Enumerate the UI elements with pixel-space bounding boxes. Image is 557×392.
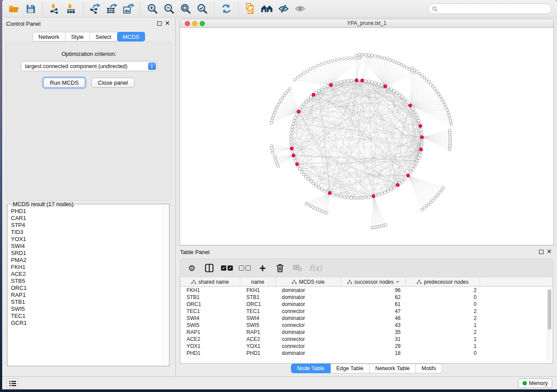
network-node[interactable] xyxy=(346,79,349,83)
network-node[interactable] xyxy=(315,184,318,187)
network-node[interactable] xyxy=(412,168,415,171)
column-header-shared-name[interactable]: shared name xyxy=(180,277,240,286)
tab-network[interactable]: Network xyxy=(33,32,66,41)
network-node[interactable] xyxy=(320,88,323,91)
network-node[interactable] xyxy=(437,93,440,95)
table-row[interactable]: RAP1RAP1dominator352 xyxy=(180,329,553,336)
table-row[interactable]: PHD1PHD1dominator180 xyxy=(180,350,553,357)
tab-style[interactable]: Style xyxy=(66,32,90,41)
network-node[interactable] xyxy=(333,83,336,86)
network-node[interactable] xyxy=(291,128,294,131)
network-node[interactable] xyxy=(374,55,377,57)
network-node[interactable] xyxy=(413,69,415,71)
deselect-all-columns-button[interactable] xyxy=(239,262,251,274)
float-table-panel-icon[interactable] xyxy=(539,250,543,254)
zoom-out-button[interactable] xyxy=(161,2,177,15)
network-node[interactable] xyxy=(416,116,419,119)
network-node[interactable] xyxy=(384,224,387,226)
network-node[interactable] xyxy=(272,113,275,116)
show-graphics-button[interactable] xyxy=(292,2,308,15)
network-node[interactable] xyxy=(350,57,353,59)
network-node[interactable] xyxy=(420,128,423,131)
network-node[interactable] xyxy=(327,61,330,63)
network-node[interactable] xyxy=(309,68,312,70)
show-panels-button[interactable] xyxy=(7,378,18,388)
mcds-node[interactable] xyxy=(419,124,422,128)
network-node[interactable] xyxy=(380,56,383,58)
network-node[interactable] xyxy=(401,180,404,183)
network-node[interactable] xyxy=(290,141,293,144)
network-node[interactable] xyxy=(417,156,420,159)
network-node[interactable] xyxy=(364,79,367,83)
network-node[interactable] xyxy=(427,81,430,83)
network-node[interactable] xyxy=(387,86,390,89)
network-node[interactable] xyxy=(343,196,346,199)
network-node[interactable] xyxy=(343,80,346,83)
network-node[interactable] xyxy=(374,81,377,84)
network-node[interactable] xyxy=(296,76,299,79)
network-node[interactable] xyxy=(445,106,447,108)
network-node[interactable] xyxy=(412,108,415,111)
column-header-name[interactable]: name xyxy=(240,277,276,286)
result-scrollbar[interactable] xyxy=(163,205,168,365)
network-node[interactable] xyxy=(271,116,274,119)
network-node[interactable] xyxy=(292,122,295,125)
memory-button[interactable]: Memory xyxy=(518,378,552,388)
network-node[interactable] xyxy=(309,96,312,99)
network-node[interactable] xyxy=(317,186,320,189)
network-node[interactable] xyxy=(346,196,349,199)
network-node[interactable] xyxy=(442,100,445,103)
mcds-node[interactable] xyxy=(384,85,387,88)
column-header-predecessor-nodes[interactable]: predecessor nodes xyxy=(406,277,480,286)
network-node[interactable] xyxy=(384,191,387,194)
mcds-node-item[interactable]: GCR1 xyxy=(11,320,163,327)
network-node[interactable] xyxy=(448,129,451,132)
mcds-result-list[interactable]: PHD1CAR1STP4TID3YOX1SWI4SRD1PMA2FKH1ACE2… xyxy=(7,206,163,365)
mcds-node[interactable] xyxy=(328,191,332,195)
network-node[interactable] xyxy=(304,100,308,103)
network-node[interactable] xyxy=(323,86,326,89)
export-network-button[interactable] xyxy=(87,2,104,15)
network-node[interactable] xyxy=(418,72,421,75)
mcds-node[interactable] xyxy=(420,135,424,139)
network-node[interactable] xyxy=(367,80,370,83)
table-row[interactable]: SWI5SWI5connector431 xyxy=(180,322,553,329)
network-node[interactable] xyxy=(336,81,339,84)
network-node[interactable] xyxy=(434,88,436,90)
refresh-button[interactable] xyxy=(218,2,235,15)
mcds-node-item[interactable]: STP4 xyxy=(11,222,163,229)
hide-graphics-button[interactable] xyxy=(275,2,292,15)
network-node[interactable] xyxy=(400,63,403,66)
mcds-node-item[interactable]: RAP1 xyxy=(11,292,163,299)
network-node[interactable] xyxy=(371,54,374,57)
network-node[interactable] xyxy=(436,90,438,93)
network-node[interactable] xyxy=(393,89,396,93)
close-window-icon[interactable] xyxy=(185,21,190,26)
network-node[interactable] xyxy=(403,98,406,101)
network-node[interactable] xyxy=(413,110,416,113)
network-node[interactable] xyxy=(277,165,280,168)
mcds-node[interactable] xyxy=(372,195,375,198)
network-node[interactable] xyxy=(271,151,274,154)
run-mcds-button[interactable]: Run MCDS xyxy=(43,78,85,88)
network-node[interactable] xyxy=(392,60,394,62)
close-panel-button[interactable]: Close panel xyxy=(91,78,135,88)
network-node[interactable] xyxy=(346,57,349,59)
network-canvas[interactable] xyxy=(180,28,554,245)
network-node[interactable] xyxy=(298,168,301,171)
mcds-node[interactable] xyxy=(312,93,315,96)
network-node[interactable] xyxy=(398,62,400,65)
zoom-in-button[interactable] xyxy=(144,2,161,15)
network-node[interactable] xyxy=(418,153,421,156)
network-node[interactable] xyxy=(394,61,397,63)
table-row[interactable]: FKH1FKH1dominator962 xyxy=(180,287,553,294)
mcds-node-item[interactable]: STB1 xyxy=(11,299,163,306)
network-node[interactable] xyxy=(383,57,386,59)
mcds-node[interactable] xyxy=(292,154,295,157)
network-node[interactable] xyxy=(355,54,358,57)
network-node[interactable] xyxy=(415,113,418,117)
network-node[interactable] xyxy=(270,119,273,121)
network-node[interactable] xyxy=(303,72,305,74)
add-column-button[interactable]: + xyxy=(257,262,268,274)
mcds-node-item[interactable]: CAR1 xyxy=(11,215,163,222)
